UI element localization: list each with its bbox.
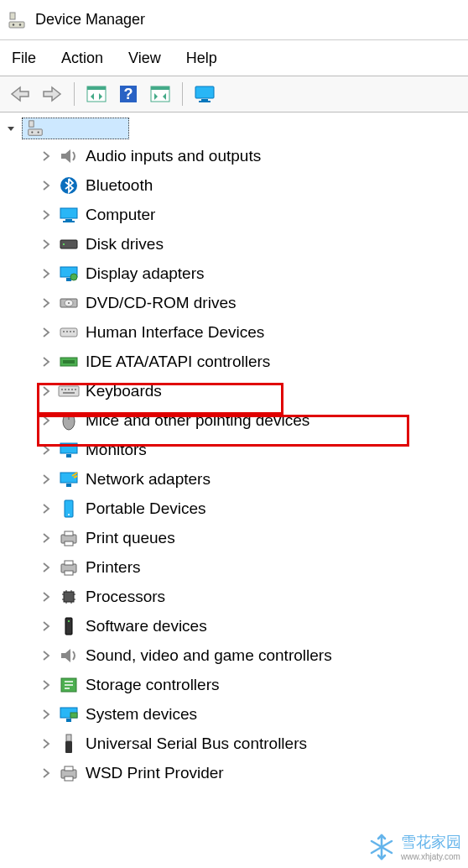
- chevron-right-icon[interactable]: [39, 178, 54, 193]
- svg-rect-48: [66, 484, 71, 487]
- wsd-icon: [57, 763, 81, 783]
- watermark: 雪花家园 www.xhjaty.com: [367, 832, 461, 861]
- toolbar: ?: [0, 76, 468, 112]
- chevron-right-icon[interactable]: [39, 149, 54, 164]
- svg-rect-18: [60, 208, 77, 218]
- svg-rect-31: [66, 331, 68, 332]
- node-label: WSD Print Provider: [86, 764, 224, 782]
- monitor-icon: [57, 440, 81, 460]
- svg-point-25: [70, 274, 77, 280]
- hid-icon: [57, 322, 81, 342]
- chevron-right-icon[interactable]: [39, 531, 54, 546]
- svg-point-16: [38, 131, 39, 133]
- tree-node[interactable]: Software devices: [3, 611, 468, 641]
- menu-help[interactable]: Help: [186, 50, 217, 67]
- root-node[interactable]: [22, 118, 129, 139]
- chevron-right-icon[interactable]: [39, 648, 54, 663]
- tree-node[interactable]: Bluetooth: [3, 170, 468, 200]
- ide-icon: [57, 352, 81, 372]
- show-hide-tree-button[interactable]: [83, 81, 110, 107]
- chevron-right-icon[interactable]: [39, 237, 54, 252]
- devmgr-icon: [7, 10, 27, 30]
- svg-rect-52: [65, 531, 73, 536]
- chevron-right-icon[interactable]: [39, 325, 54, 340]
- tree-node[interactable]: Network adapters: [3, 464, 468, 494]
- svg-rect-76: [65, 776, 73, 781]
- node-label: Display adapters: [86, 264, 205, 283]
- chevron-right-icon[interactable]: [39, 589, 54, 604]
- svg-rect-14: [29, 129, 43, 135]
- tree-node[interactable]: Keyboards: [3, 376, 468, 405]
- monitor-button[interactable]: [191, 81, 218, 107]
- menu-file[interactable]: File: [12, 50, 36, 67]
- printer-icon: [57, 557, 81, 578]
- chevron-right-icon[interactable]: [39, 266, 54, 281]
- chevron-right-icon[interactable]: [39, 295, 54, 311]
- audio-icon: [57, 146, 81, 166]
- tree-node[interactable]: DVD/CD-ROM drives: [3, 288, 468, 317]
- tree-node[interactable]: IDE ATA/ATAPI controllers: [3, 347, 468, 376]
- chevron-right-icon[interactable]: [39, 207, 54, 222]
- tree-node[interactable]: Sound, video and game controllers: [3, 641, 468, 670]
- node-label: System devices: [86, 705, 197, 724]
- chevron-right-icon[interactable]: [39, 501, 54, 516]
- tree-node[interactable]: Audio inputs and outputs: [3, 141, 468, 170]
- chevron-right-icon[interactable]: [39, 707, 54, 722]
- cpu-icon: [57, 587, 81, 607]
- svg-rect-73: [65, 741, 72, 753]
- svg-rect-55: [65, 561, 73, 565]
- snowflake-icon: [367, 833, 396, 861]
- menu-view[interactable]: View: [128, 50, 161, 67]
- chevron-right-icon[interactable]: [39, 384, 54, 399]
- chevron-right-icon[interactable]: [39, 766, 54, 781]
- network-icon: [57, 469, 81, 489]
- tree-node[interactable]: Computer: [3, 200, 468, 229]
- title-text: Device Manager: [35, 11, 145, 29]
- chevron-right-icon[interactable]: [39, 354, 54, 369]
- chevron-right-icon[interactable]: [39, 736, 54, 751]
- tree-node[interactable]: Portable Devices: [3, 494, 468, 523]
- chevron-right-icon[interactable]: [39, 619, 54, 634]
- bluetooth-icon: [57, 175, 81, 196]
- forward-button[interactable]: [39, 81, 65, 107]
- tree-node[interactable]: Human Interface Devices: [3, 317, 468, 347]
- tree-node[interactable]: Print queues: [3, 523, 468, 552]
- node-label: Processors: [86, 588, 165, 606]
- tree-root-row[interactable]: [3, 116, 468, 141]
- node-label: IDE ATA/ATAPI controllers: [86, 353, 270, 371]
- tree-node[interactable]: System devices: [3, 699, 468, 729]
- watermark-text: 雪花家园: [401, 834, 461, 850]
- svg-rect-53: [65, 541, 73, 546]
- chevron-down-icon[interactable]: [3, 121, 18, 136]
- system-icon: [57, 704, 81, 724]
- back-button[interactable]: [7, 81, 34, 107]
- scan-button[interactable]: [147, 81, 174, 107]
- tree-node[interactable]: Display adapters: [3, 259, 468, 288]
- svg-point-67: [68, 620, 70, 622]
- watermark-url: www.xhjaty.com: [401, 852, 461, 861]
- node-label: Software devices: [86, 617, 207, 635]
- help-button[interactable]: ?: [115, 81, 142, 107]
- tree-node[interactable]: Disk drives: [3, 229, 468, 259]
- chevron-right-icon[interactable]: [39, 413, 54, 428]
- tree-node[interactable]: Universal Serial Bus controllers: [3, 729, 468, 758]
- printq-icon: [57, 528, 81, 548]
- node-label: Portable Devices: [86, 499, 206, 518]
- tree-node[interactable]: Storage controllers: [3, 670, 468, 699]
- tree-node[interactable]: Printers: [3, 552, 468, 582]
- tree-node[interactable]: Processors: [3, 582, 468, 611]
- node-label: Print queues: [86, 529, 175, 547]
- tree-node[interactable]: Mice and other pointing devices: [3, 405, 468, 435]
- chevron-right-icon[interactable]: [39, 472, 54, 487]
- tree-node[interactable]: WSD Print Provider: [3, 758, 468, 787]
- chevron-right-icon[interactable]: [39, 560, 54, 575]
- svg-rect-12: [199, 101, 211, 102]
- svg-rect-1: [9, 22, 24, 28]
- mouse-icon: [57, 410, 81, 431]
- chevron-right-icon[interactable]: [39, 677, 54, 693]
- menu-action[interactable]: Action: [61, 50, 103, 67]
- svg-rect-13: [29, 121, 34, 127]
- tree-node[interactable]: Monitors: [3, 435, 468, 464]
- svg-rect-37: [61, 389, 63, 390]
- chevron-right-icon[interactable]: [39, 442, 54, 458]
